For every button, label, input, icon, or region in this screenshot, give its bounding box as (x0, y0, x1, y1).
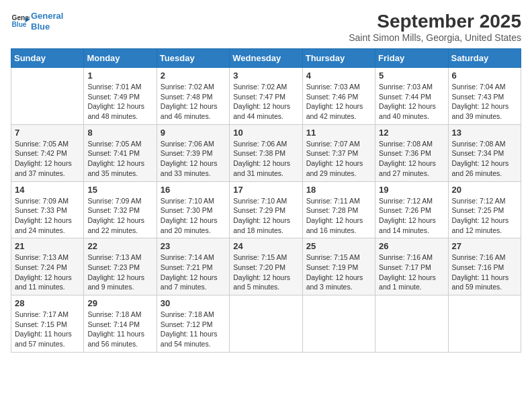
day-info: Sunrise: 7:13 AMSunset: 7:23 PMDaylight:… (87, 253, 152, 292)
day-info: Sunrise: 7:14 AMSunset: 7:21 PMDaylight:… (161, 253, 226, 292)
day-number: 28 (15, 298, 80, 308)
day-info: Sunrise: 7:12 AMSunset: 7:25 PMDaylight:… (452, 196, 517, 236)
calendar-body: 1Sunrise: 7:01 AMSunset: 7:49 PMDaylight… (11, 68, 521, 353)
day-info: Sunrise: 7:08 AMSunset: 7:34 PMDaylight:… (452, 139, 517, 179)
calendar-cell (11, 68, 84, 125)
calendar-cell: 19Sunrise: 7:12 AMSunset: 7:26 PMDayligh… (375, 181, 448, 238)
day-number: 4 (306, 71, 371, 81)
day-info: Sunrise: 7:18 AMSunset: 7:12 PMDaylight:… (161, 310, 226, 349)
day-info: Sunrise: 7:09 AMSunset: 7:33 PMDaylight:… (15, 196, 80, 236)
calendar-week-3: 21Sunrise: 7:13 AMSunset: 7:24 PMDayligh… (11, 238, 521, 295)
day-number: 26 (379, 241, 444, 251)
day-info: Sunrise: 7:15 AMSunset: 7:20 PMDaylight:… (233, 253, 298, 292)
day-info: Sunrise: 7:01 AMSunset: 7:49 PMDaylight:… (87, 82, 152, 122)
day-info: Sunrise: 7:13 AMSunset: 7:24 PMDaylight:… (15, 253, 80, 292)
day-info: Sunrise: 7:05 AMSunset: 7:41 PMDaylight:… (87, 139, 152, 179)
calendar-cell: 10Sunrise: 7:06 AMSunset: 7:38 PMDayligh… (230, 124, 302, 181)
day-number: 23 (161, 241, 226, 251)
header-tuesday: Tuesday (157, 49, 229, 68)
day-info: Sunrise: 7:18 AMSunset: 7:14 PMDaylight:… (87, 310, 152, 349)
svg-text:Blue: Blue (12, 20, 27, 28)
title-block: September 2025 Saint Simon Mills, Georgi… (349, 11, 521, 43)
day-number: 11 (306, 128, 371, 138)
calendar-cell (448, 295, 521, 353)
calendar-cell: 7Sunrise: 7:05 AMSunset: 7:42 PMDaylight… (11, 124, 84, 181)
day-info: Sunrise: 7:17 AMSunset: 7:15 PMDaylight:… (15, 310, 80, 349)
day-number: 1 (87, 71, 152, 81)
day-info: Sunrise: 7:06 AMSunset: 7:38 PMDaylight:… (233, 139, 298, 179)
calendar-week-0: 1Sunrise: 7:01 AMSunset: 7:49 PMDaylight… (11, 68, 521, 125)
day-info: Sunrise: 7:09 AMSunset: 7:32 PMDaylight:… (87, 196, 152, 236)
logo: General Blue General Blue (11, 11, 63, 32)
header-monday: Monday (84, 49, 157, 68)
day-number: 14 (15, 185, 80, 195)
calendar-cell: 8Sunrise: 7:05 AMSunset: 7:41 PMDaylight… (84, 124, 157, 181)
logo-line2: Blue (31, 21, 50, 32)
header-saturday: Saturday (448, 49, 521, 68)
calendar-cell: 22Sunrise: 7:13 AMSunset: 7:23 PMDayligh… (84, 238, 157, 295)
calendar-cell: 3Sunrise: 7:02 AMSunset: 7:47 PMDaylight… (230, 68, 302, 125)
calendar-cell: 13Sunrise: 7:08 AMSunset: 7:34 PMDayligh… (448, 124, 521, 181)
page-header: General Blue General Blue September 2025… (11, 11, 521, 43)
day-number: 7 (15, 128, 80, 138)
day-info: Sunrise: 7:15 AMSunset: 7:19 PMDaylight:… (306, 253, 371, 292)
header-wednesday: Wednesday (230, 49, 302, 68)
day-number: 29 (87, 298, 152, 308)
day-info: Sunrise: 7:02 AMSunset: 7:47 PMDaylight:… (233, 82, 298, 122)
calendar-cell: 23Sunrise: 7:14 AMSunset: 7:21 PMDayligh… (157, 238, 229, 295)
calendar-cell: 11Sunrise: 7:07 AMSunset: 7:37 PMDayligh… (302, 124, 375, 181)
day-info: Sunrise: 7:03 AMSunset: 7:44 PMDaylight:… (379, 82, 444, 122)
calendar-cell: 17Sunrise: 7:10 AMSunset: 7:29 PMDayligh… (230, 181, 302, 238)
logo-icon: General Blue (11, 12, 30, 31)
calendar-cell: 27Sunrise: 7:16 AMSunset: 7:16 PMDayligh… (448, 238, 521, 295)
day-info: Sunrise: 7:10 AMSunset: 7:29 PMDaylight:… (233, 196, 298, 236)
calendar-cell: 25Sunrise: 7:15 AMSunset: 7:19 PMDayligh… (302, 238, 375, 295)
calendar-cell: 5Sunrise: 7:03 AMSunset: 7:44 PMDaylight… (375, 68, 448, 125)
day-info: Sunrise: 7:05 AMSunset: 7:42 PMDaylight:… (15, 139, 80, 179)
calendar-cell: 6Sunrise: 7:04 AMSunset: 7:43 PMDaylight… (448, 68, 521, 125)
day-number: 22 (87, 241, 152, 251)
day-number: 19 (379, 185, 444, 195)
day-number: 25 (306, 241, 371, 251)
day-number: 6 (452, 71, 517, 81)
day-info: Sunrise: 7:11 AMSunset: 7:28 PMDaylight:… (306, 196, 371, 236)
day-info: Sunrise: 7:12 AMSunset: 7:26 PMDaylight:… (379, 196, 444, 236)
day-number: 2 (161, 71, 226, 81)
calendar-week-1: 7Sunrise: 7:05 AMSunset: 7:42 PMDaylight… (11, 124, 521, 181)
calendar-cell: 21Sunrise: 7:13 AMSunset: 7:24 PMDayligh… (11, 238, 84, 295)
calendar-cell: 24Sunrise: 7:15 AMSunset: 7:20 PMDayligh… (230, 238, 302, 295)
logo-line1: General (31, 11, 63, 21)
calendar-cell (230, 295, 302, 353)
day-number: 5 (379, 71, 444, 81)
header-friday: Friday (375, 49, 448, 68)
day-number: 18 (306, 185, 371, 195)
header-sunday: Sunday (11, 49, 84, 68)
day-number: 8 (87, 128, 152, 138)
day-info: Sunrise: 7:07 AMSunset: 7:37 PMDaylight:… (306, 139, 371, 179)
day-info: Sunrise: 7:06 AMSunset: 7:39 PMDaylight:… (161, 139, 226, 179)
day-number: 21 (15, 241, 80, 251)
day-info: Sunrise: 7:08 AMSunset: 7:36 PMDaylight:… (379, 139, 444, 179)
calendar-cell: 29Sunrise: 7:18 AMSunset: 7:14 PMDayligh… (84, 295, 157, 353)
calendar-week-4: 28Sunrise: 7:17 AMSunset: 7:15 PMDayligh… (11, 295, 521, 353)
calendar-cell: 9Sunrise: 7:06 AMSunset: 7:39 PMDaylight… (157, 124, 229, 181)
month-title: September 2025 (349, 11, 521, 32)
header-thursday: Thursday (302, 49, 375, 68)
day-info: Sunrise: 7:16 AMSunset: 7:17 PMDaylight:… (379, 253, 444, 292)
day-info: Sunrise: 7:03 AMSunset: 7:46 PMDaylight:… (306, 82, 371, 122)
calendar-cell: 4Sunrise: 7:03 AMSunset: 7:46 PMDaylight… (302, 68, 375, 125)
calendar-cell: 30Sunrise: 7:18 AMSunset: 7:12 PMDayligh… (157, 295, 229, 353)
calendar-header-row: SundayMondayTuesdayWednesdayThursdayFrid… (11, 49, 521, 68)
calendar-cell: 15Sunrise: 7:09 AMSunset: 7:32 PMDayligh… (84, 181, 157, 238)
day-info: Sunrise: 7:16 AMSunset: 7:16 PMDaylight:… (452, 253, 517, 292)
calendar-cell: 28Sunrise: 7:17 AMSunset: 7:15 PMDayligh… (11, 295, 84, 353)
day-number: 12 (379, 128, 444, 138)
day-number: 24 (233, 241, 298, 251)
day-number: 17 (233, 185, 298, 195)
day-info: Sunrise: 7:04 AMSunset: 7:43 PMDaylight:… (452, 82, 517, 122)
calendar-cell (302, 295, 375, 353)
day-number: 10 (233, 128, 298, 138)
calendar-cell: 1Sunrise: 7:01 AMSunset: 7:49 PMDaylight… (84, 68, 157, 125)
day-number: 30 (161, 298, 226, 308)
day-number: 15 (87, 185, 152, 195)
